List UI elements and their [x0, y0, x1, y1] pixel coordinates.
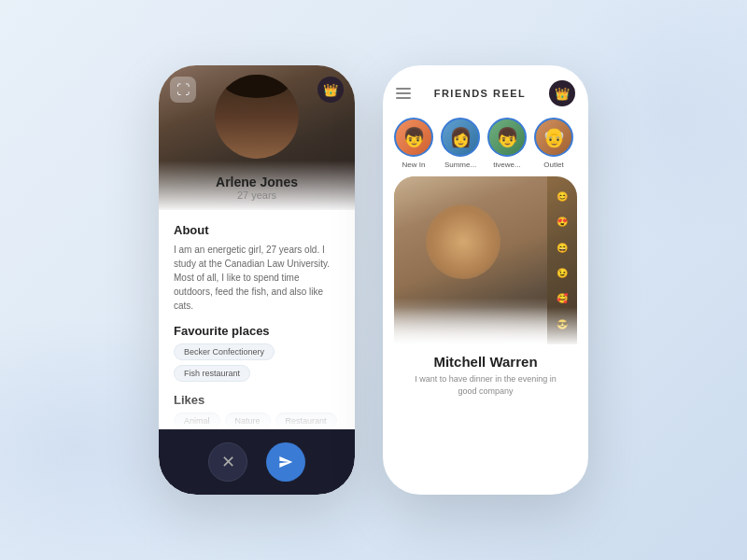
about-text: I am an energetic girl, 27 years old. I …	[174, 243, 340, 313]
story-item-1[interactable]: 👦 New In	[394, 118, 433, 169]
story-label-4: Outlet	[543, 161, 563, 169]
dismiss-button[interactable]: ✕	[208, 442, 247, 482]
like-tag-3[interactable]: Restaurant	[275, 413, 337, 429]
stories-row: 👦 New In 👩 Summe... 👦 tivewe... 👴	[383, 114, 588, 176]
main-profile-card: 😊 😍 😄 😉 🥰 😎 Mitchell Warren I want to ha…	[394, 176, 577, 405]
expand-icon[interactable]: ⛶	[170, 77, 196, 103]
emoji-1: 😊	[557, 191, 568, 202]
story-avatar-2: 👩	[441, 118, 480, 157]
emoji-4: 😉	[557, 268, 568, 278]
profile-age: 27 years	[173, 189, 341, 201]
story-face-3: 👦	[489, 119, 525, 155]
phone-friends-reel: FRIENDS REEL 👑 👦 New In 👩 Summe... 👦	[383, 65, 588, 495]
place-tag-1[interactable]: Becker Confectionery	[174, 343, 275, 360]
emoji-strip: 😊 😍 😄 😉 🥰 😎	[547, 176, 577, 344]
send-icon	[278, 455, 293, 469]
story-label-1: New In	[402, 161, 426, 169]
story-label-2: Summe...	[444, 161, 476, 169]
emoji-5: 🥰	[557, 293, 568, 303]
send-button[interactable]	[266, 442, 305, 482]
story-avatar-3: 👦	[487, 118, 527, 157]
emoji-2: 😍	[557, 217, 568, 227]
emoji-6: 😎	[557, 319, 568, 329]
story-item-4[interactable]: 👴 Outlet	[534, 118, 573, 169]
place-tag-2[interactable]: Fish restaurant	[174, 365, 250, 382]
about-title: About	[174, 223, 340, 237]
friends-header: FRIENDS REEL 👑	[383, 65, 588, 114]
likes-title: Likes	[174, 393, 340, 407]
story-item-2[interactable]: 👩 Summe...	[441, 118, 480, 169]
likes-tags: Animal Nature Restaurant P	[174, 413, 340, 429]
favourite-places-title: Favourite places	[174, 324, 340, 338]
crown-badge-2-icon: 👑	[549, 80, 575, 106]
profile-name: Arlene Jones	[173, 175, 341, 189]
phone-profile: Arlene Jones 27 years ⛶ 👑 About I am an …	[159, 65, 355, 495]
main-person-name: Mitchell Warren	[407, 354, 564, 370]
phones-container: Arlene Jones 27 years ⛶ 👑 About I am an …	[159, 65, 588, 495]
profile-name-overlay: Arlene Jones 27 years	[159, 161, 355, 210]
profile-hat-silhouette	[215, 75, 299, 159]
main-person-bio: I want to have dinner in the evening in …	[407, 373, 564, 397]
story-face-1: 👦	[396, 119, 431, 155]
main-card-info: Mitchell Warren I want to have dinner in…	[394, 344, 577, 405]
like-tag-2[interactable]: Nature	[225, 413, 271, 429]
story-face-2: 👩	[443, 119, 478, 155]
profile-body: About I am an energetic girl, 27 years o…	[159, 210, 355, 429]
story-avatar-4: 👴	[534, 118, 573, 157]
favourite-places-tags: Becker Confectionery Fish restaurant	[174, 343, 340, 382]
story-avatar-1: 👦	[394, 118, 433, 157]
profile-actions: ✕	[159, 429, 355, 495]
story-label-3: tivewe...	[493, 161, 520, 169]
crown-badge-icon: 👑	[317, 77, 344, 103]
story-face-4: 👴	[536, 119, 571, 155]
menu-button[interactable]	[396, 88, 411, 99]
profile-hero: Arlene Jones 27 years ⛶ 👑	[159, 65, 355, 210]
friends-reel-title: FRIENDS REEL	[434, 88, 527, 99]
emoji-3: 😄	[557, 243, 568, 253]
like-tag-1[interactable]: Animal	[174, 413, 220, 429]
main-card-image: 😊 😍 😄 😉 🥰 😎	[394, 176, 577, 344]
story-item-3[interactable]: 👦 tivewe...	[487, 118, 527, 169]
